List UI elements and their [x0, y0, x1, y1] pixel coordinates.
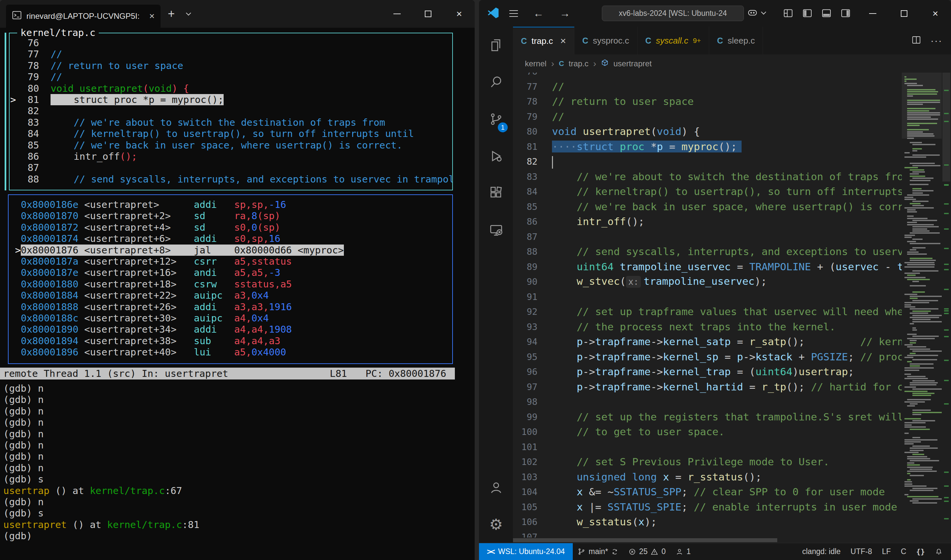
tab-sysproc.c[interactable]: Csysproc.c: [574, 27, 638, 54]
code-line: 106 w_sstatus(x);: [513, 514, 902, 530]
tab-trap.c[interactable]: Ctrap.c×: [513, 27, 574, 54]
horizontal-scrollbar-thumb[interactable]: [513, 538, 777, 542]
gdb-line: (gdb) n: [3, 383, 199, 394]
new-tab-button[interactable]: +: [168, 7, 175, 21]
code-line: 80void usertrapret(void) {: [513, 124, 902, 139]
code-line: 81····struct proc *p = myproc();: [513, 139, 902, 154]
tui-source-box[interactable]: 76 77 // 78 // return to user space 79 /…: [9, 33, 453, 191]
toggle-panel-icon[interactable]: [821, 8, 832, 20]
vscode-close-button[interactable]: ×: [920, 0, 951, 27]
accounts-icon[interactable]: [479, 469, 513, 506]
gdb-line: (gdb) n: [3, 417, 199, 428]
terminal-close-button[interactable]: ×: [444, 0, 475, 28]
code-line: 88 // send syscalls, interrupts, and exc…: [513, 244, 902, 259]
remote-explorer-icon[interactable]: [479, 212, 513, 248]
notifications-bell-icon[interactable]: [930, 543, 948, 560]
eol-status[interactable]: LF: [877, 543, 896, 560]
vscode-logo-icon: [488, 7, 499, 20]
code-line: 92 // set up trapframe values that userv…: [513, 304, 902, 320]
code-line: 104 x &= ~SSTATUS_SPP; // clear SPP to 0…: [513, 485, 902, 500]
command-center[interactable]: xv6-labs-2024 [WSL: Ubuntu-24: [602, 6, 744, 21]
settings-gear-icon[interactable]: ⚙: [479, 506, 513, 543]
breadcrumb: kernel › C trap.c › usertrapret: [513, 54, 951, 72]
remote-indicator[interactable]: >< WSL: Ubuntu-24.04: [479, 543, 573, 560]
code-editor[interactable]: 7677//78// return to user space79//80voi…: [513, 72, 951, 538]
tui-source-title: kernel/trap.c: [17, 27, 99, 38]
horizontal-scrollbar[interactable]: [513, 538, 951, 543]
language-mode[interactable]: C: [896, 543, 911, 560]
toggle-secondary-sidebar-icon[interactable]: [840, 8, 851, 20]
menu-icon[interactable]: [509, 10, 518, 17]
terminal-icon: [12, 10, 22, 22]
tab-bar: Ctrap.c×Csysproc.cCsyscall.c9+Csleep.c ·…: [513, 27, 951, 54]
gdb-line: (gdb) n: [3, 451, 199, 462]
search-icon[interactable]: [479, 64, 513, 101]
tab-close-icon[interactable]: ×: [560, 35, 566, 46]
branch-status[interactable]: main*: [573, 543, 623, 560]
tui-source-line: 88 // send syscalls, interrupts, and exc…: [10, 174, 451, 185]
terminal-minimize-button[interactable]: [381, 0, 412, 28]
tui-source-line: 80 void usertrapret(void) {: [10, 83, 451, 94]
copilot-icon[interactable]: [747, 7, 765, 18]
sync-icon: [611, 548, 618, 555]
terminal-tab[interactable]: rinevard@LAPTOP-UCVNGP5I: ×: [6, 5, 161, 28]
code-line: 94 p->trapframe->kernel_satp = r_satp();…: [513, 334, 902, 349]
errors-icon: [628, 548, 636, 556]
tui-asm-line: 0x80001874 <usertrapret+6> addi s0,sp,16: [9, 233, 451, 244]
accounts-status[interactable]: 1: [670, 543, 696, 560]
problems-status[interactable]: 25 0: [623, 543, 670, 560]
gdb-line: (gdb) n: [3, 394, 199, 405]
breadcrumb-folder[interactable]: kernel: [525, 59, 547, 68]
vscode-minimize-button[interactable]: [857, 0, 888, 27]
encoding-status[interactable]: UTF-8: [846, 543, 877, 560]
warnings-count: 0: [661, 547, 665, 556]
vscode-window: ← → xv6-labs-2024 [WSL: Ubuntu-24 × 1: [479, 0, 951, 560]
run-debug-icon[interactable]: [479, 138, 513, 175]
breadcrumb-file[interactable]: trap.c: [569, 59, 589, 68]
errors-count: 25: [639, 547, 648, 556]
tui-asm-line: 0x8000187e <usertrapret+16> andi a5,a5,-…: [9, 267, 451, 278]
vscode-window-controls: ×: [857, 0, 951, 27]
extensions-icon[interactable]: [479, 175, 513, 212]
tui-asm-line: 0x80001880 <usertrapret+18> csrw sstatus…: [9, 278, 451, 290]
tab-dropdown-icon[interactable]: [186, 11, 190, 17]
tab-sleep.c[interactable]: Csleep.c: [709, 27, 763, 54]
minimap[interactable]: [902, 72, 942, 538]
breadcrumb-symbol[interactable]: usertrapret: [613, 59, 652, 68]
language-status-icon[interactable]: {}: [911, 543, 930, 560]
split-editor-icon[interactable]: [911, 35, 921, 46]
tui-asm-line: 0x80001884 <usertrapret+22> auipc a3,0x4: [9, 290, 451, 301]
gdb-console[interactable]: (gdb) n(gdb) n(gdb) n(gdb) n(gdb) n(gdb)…: [3, 383, 199, 542]
gdb-status-pc: PC: 0x80001876: [366, 368, 446, 379]
clangd-status[interactable]: clangd: idle: [797, 543, 846, 560]
customize-layout-icon[interactable]: [783, 8, 794, 20]
gdb-line: (gdb) s: [3, 508, 199, 519]
tui-asm-line: 0x80001890 <usertrapret+34> addi a4,a4,1…: [9, 324, 451, 335]
forward-arrow-icon[interactable]: →: [560, 7, 570, 20]
code-line: 78// return to user space: [513, 94, 902, 109]
tui-assembly-box[interactable]: 0x8000186e <usertrapret> addi sp,sp,-16 …: [8, 194, 453, 364]
code-line: 86 intr_off();: [513, 214, 902, 229]
source-control-icon[interactable]: 1: [479, 101, 513, 138]
tui-source-line: 86 intr_off();: [10, 151, 451, 162]
vscode-maximize-button[interactable]: [888, 0, 920, 27]
code-line: 95 p->trapframe->kernel_sp = p->kstack +…: [513, 349, 902, 365]
tab-syscall.c[interactable]: Csyscall.c9+: [638, 27, 709, 54]
tui-source-line: 76: [10, 37, 451, 49]
accounts-count: 1: [686, 547, 691, 556]
branch-label: main*: [589, 547, 608, 556]
code-line: 77//: [513, 79, 902, 94]
code-line: 103 unsigned long x = r_sstatus();: [513, 469, 902, 485]
tui-source-line: 83 // we're about to switch the destinat…: [10, 117, 451, 128]
terminal-tab-close-icon[interactable]: ×: [149, 12, 154, 21]
code-line: 82: [513, 154, 902, 169]
toggle-primary-sidebar-icon[interactable]: [802, 8, 813, 20]
more-actions-icon[interactable]: ···: [931, 35, 942, 46]
terminal-maximize-button[interactable]: [412, 0, 444, 28]
gdb-status-lineno: L81: [330, 368, 347, 379]
terminal-titlebar: rinevard@LAPTOP-UCVNGP5I: × + ×: [0, 0, 475, 28]
back-arrow-icon[interactable]: ←: [533, 7, 544, 20]
tui-source-lines: 76 77 // 78 // return to user space 79 /…: [9, 33, 452, 185]
explorer-icon[interactable]: [479, 27, 513, 64]
code-line: 101: [513, 440, 902, 455]
